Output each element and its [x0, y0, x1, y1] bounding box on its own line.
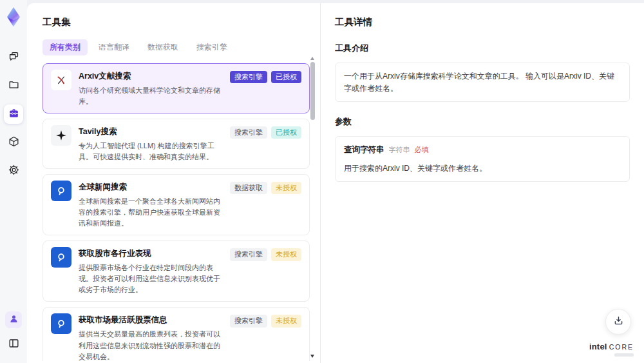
param-description: 用于搜索的Arxiv ID、关键字或作者姓名。 [344, 162, 621, 175]
tool-list-panel: 工具集 所有类别 语言翻译 数据获取 搜索引擎 Arxiv文献搜索 访问各个研究… [27, 3, 320, 363]
content-frame: 工具集 所有类别 语言翻译 数据获取 搜索引擎 Arxiv文献搜索 访问各个研究… [27, 3, 644, 363]
intel-core-logo: intelCORE [589, 342, 634, 357]
tool-title: Arxiv文献搜索 [79, 71, 225, 82]
download-button[interactable] [605, 309, 631, 335]
category-badge: 数据获取 [230, 182, 267, 194]
news-search-icon [51, 181, 71, 201]
brand-subtext-bar [614, 353, 634, 357]
panel-toggle-icon [8, 337, 20, 351]
param-name: 查询字符串 [344, 144, 384, 156]
scroll-down-icon[interactable] [310, 355, 314, 358]
sidebar-item-files[interactable] [4, 76, 23, 95]
tab-data-fetch[interactable]: 数据获取 [140, 39, 185, 55]
tool-description: 专为人工智能代理 (LLM) 构建的搜索引擎工具。可快速提供实时、准确和真实的结… [79, 141, 225, 162]
param-type: 字符串 [389, 144, 410, 155]
tool-card-sector-performance[interactable]: 获取股市各行业表现 提供股票市场各个行业在特定时间段内的表现。投资者可以利用这些… [43, 240, 310, 302]
tool-title: 获取市场最活跃股票信息 [79, 315, 225, 326]
sidebar-item-settings[interactable] [4, 161, 23, 181]
tool-description: 访问各个研究领域大量科学论文和文章的存储库。 [79, 85, 225, 107]
intro-box: 一个用于从Arxiv存储库搜索科学论文和文章的工具。 输入可以是Arxiv ID… [335, 63, 630, 102]
category-tabs: 所有类别 语言翻译 数据获取 搜索引擎 [43, 39, 320, 55]
brand-intel: intel [589, 342, 607, 351]
tavily-star-icon [51, 125, 71, 146]
chat-icon [8, 50, 20, 64]
auth-status-badge: 未授权 [271, 248, 301, 260]
tool-list: Arxiv文献搜索 访问各个研究领域大量科学论文和文章的存储库。 搜索引擎 已授… [43, 63, 310, 361]
tool-card-tavily[interactable]: Tavily搜索 专为人工智能代理 (LLM) 构建的搜索引擎工具。可快速提供实… [43, 119, 310, 169]
scroll-up-icon[interactable] [310, 57, 314, 60]
category-badge: 搜索引擎 [230, 126, 267, 139]
tool-card-arxiv[interactable]: Arxiv文献搜索 访问各个研究领域大量科学论文和文章的存储库。 搜索引擎 已授… [43, 63, 310, 113]
tool-title: Tavily搜索 [79, 126, 225, 137]
tool-title: 获取股市各行业表现 [79, 248, 225, 259]
stock-search-icon [51, 247, 71, 268]
tool-description: 提供当天交易量最高的股票列表，投资者可以利用这些信息来识别流动性强的股票和潜在的… [79, 329, 225, 361]
tool-description: 全球新闻搜索是一个聚合全球各大新闻网站内容的搜索引擎，帮助用户快速获取全球最新资… [79, 196, 225, 229]
sidebar-item-packages[interactable] [4, 133, 23, 152]
tool-card-active-stocks[interactable]: 获取市场最活跃股票信息 提供当天交易量最高的股票列表，投资者可以利用这些信息来识… [43, 307, 310, 361]
tab-language-translation[interactable]: 语言翻译 [91, 39, 137, 55]
sidebar-item-tools[interactable] [4, 104, 23, 124]
auth-status-badge: 已授权 [271, 71, 301, 83]
detail-title: 工具详情 [335, 16, 630, 28]
tab-search-engine[interactable]: 搜索引擎 [189, 39, 234, 55]
package-icon [8, 135, 20, 150]
sidebar-item-chat[interactable] [4, 48, 23, 67]
brand-core: CORE [609, 343, 634, 351]
intro-heading: 工具介绍 [335, 43, 630, 54]
auth-status-badge: 已授权 [271, 126, 301, 139]
arxiv-logo-icon [51, 70, 71, 90]
category-badge: 搜索引擎 [230, 248, 267, 260]
tool-card-global-news[interactable]: 全球新闻搜索 全球新闻搜索是一个聚合全球各大新闻网站内容的搜索引擎，帮助用户快速… [43, 174, 310, 235]
params-heading: 参数 [335, 116, 630, 128]
download-icon [612, 315, 625, 329]
param-box: 查询字符串 字符串 必填 用于搜索的Arxiv ID、关键字或作者姓名。 [335, 136, 630, 182]
scrollbar-thumb[interactable] [310, 62, 315, 120]
gear-icon [8, 164, 20, 178]
tool-detail-panel: 工具详情 工具介绍 一个用于从Arxiv存储库搜索科学论文和文章的工具。 输入可… [320, 3, 644, 363]
list-scrollbar[interactable] [310, 57, 316, 358]
category-badge: 搜索引擎 [230, 71, 267, 83]
app-logo [5, 6, 23, 27]
category-badge: 搜索引擎 [230, 315, 267, 327]
toolbox-icon [8, 107, 20, 121]
tab-all-categories[interactable]: 所有类别 [43, 39, 88, 55]
page-title: 工具集 [43, 16, 320, 28]
sidebar-item-account[interactable] [5, 311, 22, 328]
sidebar-collapse-button[interactable] [4, 335, 23, 354]
auth-status-badge: 未授权 [271, 182, 301, 194]
tool-description: 提供股票市场各个行业在特定时间段内的表现。投资者可以利用这些信息来识别表现优于或… [79, 262, 225, 295]
folder-icon [8, 79, 20, 93]
auth-status-badge: 未授权 [271, 315, 301, 327]
param-required-badge: 必填 [415, 144, 429, 155]
tool-title: 全球新闻搜索 [79, 182, 225, 193]
stock-search-icon [51, 313, 71, 334]
left-rail [0, 0, 27, 363]
user-icon [8, 313, 19, 326]
